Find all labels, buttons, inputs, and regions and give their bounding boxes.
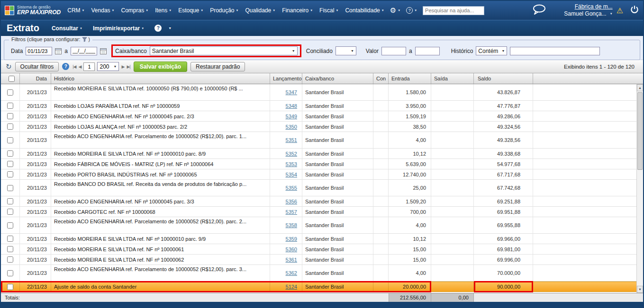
ocultar-filtros-button[interactable]: Ocultar filtros <box>15 62 59 71</box>
table-row[interactable]: 20/11/23Recebido BANCO DO BRASIL ref. Re… <box>1 180 636 196</box>
lancamento-link[interactable]: 5348 <box>286 103 297 109</box>
row-checkbox[interactable] <box>7 171 13 177</box>
help-menu[interactable]: ? ▼ <box>406 7 417 14</box>
table-row[interactable]: 20/11/23Recebido CARGOTEC ref. NF nº 100… <box>1 207 636 217</box>
chat-bubble-icon[interactable] <box>532 4 546 17</box>
grid-help-icon[interactable]: ? <box>62 63 69 70</box>
row-checkbox[interactable] <box>7 256 13 263</box>
warning-icon[interactable]: ⚠ <box>617 6 623 15</box>
header-saida[interactable]: Saída <box>431 73 474 84</box>
next-page-icon[interactable]: ▶ <box>121 64 124 69</box>
row-checkbox[interactable] <box>7 246 13 252</box>
menu-produção[interactable]: Produção▼ <box>210 7 238 14</box>
table-row[interactable]: 20/11/23Recebido MOREIRA E SILVA LTDA re… <box>1 244 636 255</box>
salvar-exibicao-button[interactable]: Salvar exibição <box>134 62 187 72</box>
menu-vendas[interactable]: Vendas▼ <box>91 7 115 14</box>
historico-text-input[interactable] <box>510 47 600 55</box>
settings-menu[interactable]: ⚙ ▼ <box>390 6 400 15</box>
last-page-icon[interactable]: ▶| <box>127 64 130 69</box>
lancamento-link[interactable]: 5353 <box>286 161 297 167</box>
menu-compras[interactable]: Compras▼ <box>121 7 149 14</box>
lancamento-link[interactable]: 5352 <box>286 151 297 157</box>
row-checkbox[interactable] <box>7 123 13 130</box>
lancamento-link[interactable]: 5347 <box>286 89 297 95</box>
caixa-banco-select[interactable]: Santander Brasil ▼ <box>150 46 298 55</box>
header-historico[interactable]: Histórico <box>51 73 270 84</box>
row-checkbox[interactable] <box>7 137 13 143</box>
header-entrada[interactable]: Entrada <box>389 73 431 84</box>
header-caixa-banco[interactable]: Caixa/banco <box>302 73 373 84</box>
help-search-input[interactable] <box>423 6 484 15</box>
scroll-up-icon[interactable]: ▲ <box>637 84 643 91</box>
date-from-input[interactable] <box>26 47 52 55</box>
page-size-select[interactable]: 200 ▼ <box>97 62 119 71</box>
calendar-icon[interactable] <box>100 48 107 54</box>
lancamento-link[interactable]: 5358 <box>286 222 297 228</box>
menu-consultar[interactable]: Consultar▼ <box>52 25 82 32</box>
lancamento-link[interactable]: 5124 <box>286 284 297 290</box>
menu-crm[interactable]: CRM▼ <box>67 7 84 14</box>
menu-contabilidade[interactable]: Contabilidade▼ <box>345 7 384 14</box>
user-name[interactable]: Samuel Gonça... <box>564 10 606 18</box>
restaurar-padrao-button[interactable]: Restaurar padrão <box>190 62 245 71</box>
table-row[interactable]: 20/11/23Recebido ACO ENGENHARIA ref. Par… <box>1 217 636 234</box>
row-checkbox[interactable] <box>7 185 13 191</box>
table-row[interactable]: 20/11/23Recebido MOREIRA E SILVA LTDA re… <box>1 84 636 101</box>
row-checkbox[interactable] <box>7 270 13 276</box>
row-checkbox[interactable] <box>7 103 13 109</box>
header-data[interactable]: Data <box>20 73 51 84</box>
lancamento-link[interactable]: 5360 <box>286 246 297 252</box>
header-conciliado[interactable]: Con <box>373 73 389 84</box>
scrollbar-thumb[interactable] <box>637 92 643 170</box>
scroll-down-icon[interactable]: ▼ <box>637 286 643 293</box>
menu-estoque[interactable]: Estoque▼ <box>178 7 203 14</box>
calendar-icon[interactable] <box>55 48 62 54</box>
row-checkbox[interactable] <box>7 236 13 242</box>
row-checkbox[interactable] <box>7 113 13 119</box>
menu-itens[interactable]: Itens▼ <box>155 7 172 14</box>
filters-legend[interactable]: Filtros (clique para configurar: ) <box>9 36 92 42</box>
lancamento-link[interactable]: 5357 <box>286 209 297 215</box>
row-checkbox[interactable] <box>7 150 13 157</box>
conciliado-select[interactable]: ▼ <box>336 46 356 55</box>
table-row-highlighted[interactable]: 22/11/23Ajuste de saldo da conta Santand… <box>1 282 636 292</box>
table-row[interactable]: 20/11/23Recebido PORTO BRASIL INDÚSTRIAS… <box>1 169 636 180</box>
lancamento-link[interactable]: 5362 <box>286 270 297 276</box>
table-row[interactable]: 20/11/23Recebido MOREIRA E SILVA LTDA re… <box>1 149 636 159</box>
lancamento-link[interactable]: 5351 <box>286 137 297 143</box>
menu-financeiro[interactable]: Financeiro▼ <box>282 7 313 14</box>
header-saldo[interactable]: Saldo <box>474 73 533 84</box>
menu-qualidade[interactable]: Qualidade▼ <box>245 7 275 14</box>
valor-from-input[interactable] <box>381 47 406 55</box>
select-all-checkbox[interactable] <box>9 76 15 82</box>
lancamento-link[interactable]: 5355 <box>286 185 297 191</box>
menu-fiscal[interactable]: Fiscal▼ <box>319 7 338 14</box>
table-row[interactable]: 20/11/23Recebido LOJAS ALIANÇA ref. NF n… <box>1 122 636 132</box>
table-row[interactable]: 20/11/23Recebido MOREIRA E SILVA LTDA re… <box>1 255 636 265</box>
table-row[interactable]: 20/11/23Recebido ACO ENGENHARIA ref. Par… <box>1 132 636 149</box>
valor-to-input[interactable] <box>415 47 440 55</box>
row-checkbox[interactable] <box>7 161 13 167</box>
page-number-input[interactable] <box>83 62 95 71</box>
table-row[interactable]: 20/11/23Recebido FÁBRICA DE MÓVEIS - MAT… <box>1 159 636 169</box>
row-checkbox[interactable] <box>7 284 13 290</box>
row-checkbox[interactable] <box>7 209 13 215</box>
page-help-icon[interactable]: ? <box>154 25 162 32</box>
lancamento-link[interactable]: 5356 <box>286 199 297 204</box>
table-row[interactable]: 20/11/23Recebido MOREIRA E SILVA LTDA re… <box>1 234 636 244</box>
table-row[interactable]: 20/11/23Recebido ACO ENGENHARIA ref. Par… <box>1 265 636 282</box>
vertical-scrollbar[interactable]: ▲ ▼ <box>636 84 643 293</box>
table-row[interactable]: 20/11/23Recebido LOJAS PARAÍBA LTDA ref.… <box>1 101 636 111</box>
lancamento-link[interactable]: 5359 <box>286 236 297 242</box>
power-logout-icon[interactable] <box>630 5 639 16</box>
row-checkbox[interactable] <box>7 198 13 204</box>
scrollbar-track[interactable] <box>637 91 643 286</box>
lancamento-link[interactable]: 5350 <box>286 124 297 130</box>
page-menu-caret-icon[interactable]: ▼ <box>168 26 172 30</box>
first-page-icon[interactable]: |◀ <box>73 64 76 69</box>
lancamento-link[interactable]: 5349 <box>286 114 297 119</box>
table-row[interactable]: 20/11/23Recebido ACO ENGENHARIA ref. NF … <box>1 196 636 207</box>
company-link[interactable]: Fábrica de m... <box>575 3 613 10</box>
previous-page-icon[interactable]: ◀ <box>79 64 82 69</box>
lancamento-link[interactable]: 5361 <box>286 257 297 263</box>
